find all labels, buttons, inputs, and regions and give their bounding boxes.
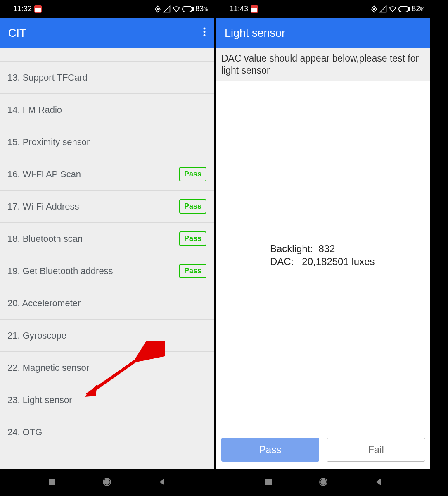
pass-badge: Pass: [179, 231, 206, 246]
test-row[interactable]: 16. Wi-Fi AP ScanPass: [0, 158, 214, 191]
svg-point-3: [204, 27, 206, 29]
svg-rect-6: [49, 479, 55, 485]
sensor-readout: Backlight: 832 DAC: 20,182501 luxes: [270, 242, 375, 268]
test-label: 12. Headset test: [7, 48, 73, 49]
home-button[interactable]: [318, 477, 328, 489]
recent-apps-button[interactable]: [264, 478, 273, 488]
backlight-label: Backlight:: [270, 243, 313, 254]
pass-badge: Pass: [179, 264, 206, 278]
app-title: CIT: [8, 27, 26, 40]
status-bar: 11:43 82%: [216, 0, 430, 18]
calendar-icon: [251, 5, 258, 13]
test-label: 21. Gyroscope: [7, 330, 66, 341]
battery-icon: [398, 6, 410, 12]
battery-percent: 82%: [412, 5, 424, 13]
test-label: 19. Get Bluetooth address: [7, 266, 113, 277]
test-row[interactable]: 17. Wi-Fi AddressPass: [0, 191, 214, 223]
home-button[interactable]: [102, 477, 112, 489]
svg-point-0: [157, 8, 159, 10]
svg-point-15: [321, 479, 326, 484]
pass-badge: Pass: [179, 199, 206, 214]
status-time: 11:43: [230, 5, 248, 13]
back-button[interactable]: [158, 478, 166, 488]
signal-icon: [163, 5, 171, 13]
app-bar: Light sensor: [216, 18, 430, 48]
dac-value: 20,182501 luxes: [302, 256, 375, 267]
test-row[interactable]: 19. Get Bluetooth addressPass: [0, 255, 214, 287]
svg-rect-13: [265, 479, 272, 485]
battery-percent: 83%: [195, 5, 208, 13]
action-buttons: Pass Fail: [216, 438, 430, 469]
test-row[interactable]: 18. Bluetooth scanPass: [0, 223, 214, 255]
backlight-value: 832: [318, 243, 335, 254]
test-row[interactable]: 20. Accelerometer: [0, 287, 214, 320]
calendar-icon: [34, 5, 42, 13]
wifi-icon: [389, 5, 397, 13]
app-title: Light sensor: [225, 27, 285, 40]
nav-bar: [0, 469, 214, 496]
pass-badge: Pass: [179, 167, 206, 181]
pass-button[interactable]: Pass: [221, 438, 319, 462]
test-label: 20. Accelerometer: [7, 298, 81, 309]
test-label: 15. Proximity sensor: [7, 137, 90, 148]
sensor-content: Backlight: 832 DAC: 20,182501 luxes: [216, 81, 430, 438]
test-row[interactable]: 14. FM Radio: [0, 94, 214, 126]
status-time: 11:32: [13, 5, 32, 13]
test-row[interactable]: 12. Headset test: [0, 48, 214, 62]
back-button[interactable]: [374, 478, 382, 488]
dac-label: DAC:: [270, 256, 294, 267]
test-label: 23. Light sensor: [7, 395, 72, 405]
test-list[interactable]: 12. Headset test13. Support TFCard14. FM…: [0, 48, 214, 469]
dnd-icon: [370, 5, 378, 13]
signal-icon: [379, 5, 387, 13]
phone-right: 11:43 82% Light sensor: [216, 0, 430, 496]
recent-apps-button[interactable]: [48, 478, 56, 488]
instruction-text: DAC value should appear below,please tes…: [216, 48, 430, 81]
test-label: 22. Magnetic sensor: [7, 362, 89, 373]
svg-point-4: [204, 31, 206, 33]
test-row[interactable]: 23. Light sensor: [0, 384, 214, 416]
test-row[interactable]: 24. OTG: [0, 416, 214, 448]
nav-bar: [216, 469, 430, 496]
dnd-icon: [154, 5, 161, 13]
svg-point-10: [374, 8, 375, 10]
test-label: 24. OTG: [7, 427, 42, 438]
svg-point-8: [104, 479, 109, 484]
svg-point-5: [204, 34, 206, 36]
test-label: 18. Bluetooth scan: [7, 234, 83, 244]
fail-button[interactable]: Fail: [327, 438, 425, 462]
phone-left: 11:32 83% CIT: [0, 0, 214, 496]
test-label: 13. Support TFCard: [7, 72, 88, 83]
test-row[interactable]: 15. Proximity sensor: [0, 126, 214, 158]
test-row[interactable]: 22. Magnetic sensor: [0, 352, 214, 384]
test-row[interactable]: 13. Support TFCard: [0, 62, 214, 94]
app-bar: CIT: [0, 18, 214, 48]
test-label: 16. Wi-Fi AP Scan: [7, 169, 81, 180]
overflow-menu-icon[interactable]: [194, 27, 206, 40]
svg-rect-11: [399, 6, 408, 12]
battery-icon: [182, 6, 194, 12]
svg-rect-12: [409, 8, 410, 10]
svg-rect-1: [183, 6, 192, 12]
test-row[interactable]: 21. Gyroscope: [0, 320, 214, 352]
test-label: 17. Wi-Fi Address: [7, 201, 79, 212]
svg-rect-2: [192, 8, 193, 10]
wifi-icon: [172, 5, 180, 13]
status-bar: 11:32 83%: [0, 0, 214, 18]
test-label: 14. FM Radio: [7, 105, 62, 115]
